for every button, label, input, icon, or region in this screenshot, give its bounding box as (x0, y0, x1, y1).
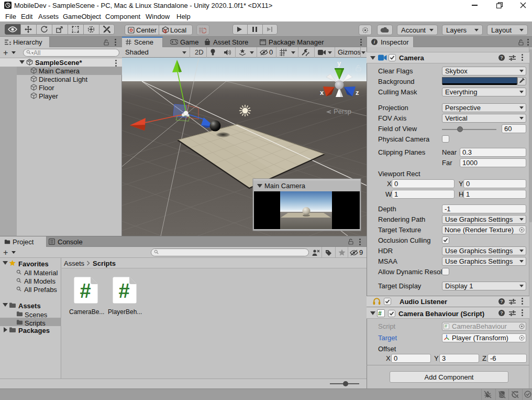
svg-text:Persp: Persp (334, 107, 351, 115)
svg-text:z: z (356, 89, 359, 96)
svg-text:#: # (118, 280, 129, 302)
svg-text:y: y (337, 59, 341, 67)
svg-text:x: x (320, 89, 324, 96)
svg-text:Main Camera: Main Camera (264, 182, 306, 190)
svg-text:#: # (80, 280, 91, 302)
